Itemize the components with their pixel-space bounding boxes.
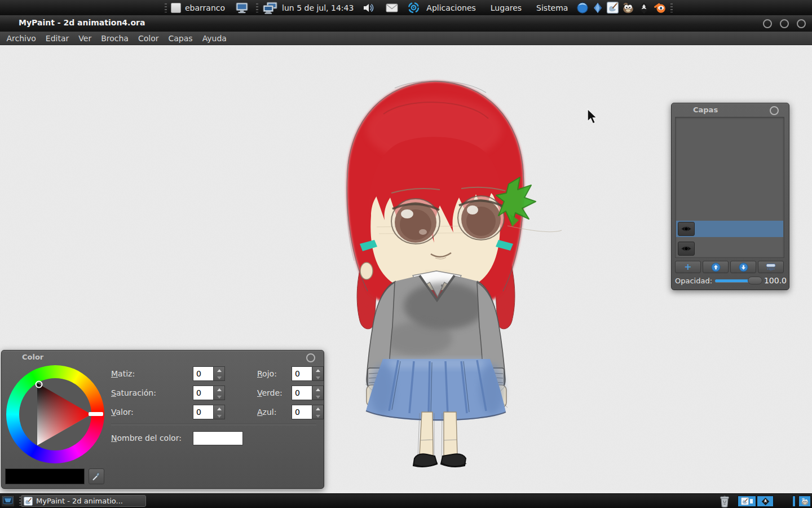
menu-ayuda[interactable]: Ayuda (197, 32, 231, 45)
maximize-button[interactable] (780, 19, 789, 28)
step-down-icon[interactable] (214, 393, 224, 401)
workspace-window-gimp[interactable] (798, 496, 811, 507)
applet-drag-handle[interactable] (165, 3, 167, 12)
step-up-icon[interactable] (312, 367, 323, 374)
taskbar-window-label: MyPaint - 2d animatio... (36, 497, 123, 505)
tracker-icon[interactable] (408, 2, 420, 14)
arrow-up-circle-icon (711, 262, 721, 272)
add-layer-button[interactable]: + (675, 261, 701, 273)
minimize-button[interactable] (763, 19, 772, 28)
layer-row[interactable] (676, 240, 783, 257)
inkscape-icon[interactable] (638, 2, 650, 14)
step-up-icon[interactable] (214, 405, 224, 413)
browser-icon[interactable] (576, 2, 589, 14)
value-stepper[interactable] (214, 405, 225, 419)
layer-list[interactable] (675, 117, 784, 258)
step-down-icon[interactable] (312, 393, 323, 401)
green-label: Verde: (257, 386, 283, 400)
color-name-input[interactable] (193, 431, 243, 445)
close-button[interactable] (797, 19, 806, 28)
hue-stepper[interactable] (214, 366, 225, 381)
step-up-icon[interactable] (312, 386, 323, 393)
applet-drag-handle[interactable] (670, 3, 673, 12)
opacity-slider-handle[interactable] (748, 277, 762, 284)
username-label[interactable]: ebarranco (183, 3, 227, 12)
workspace-window-inkscape[interactable] (757, 496, 774, 507)
workspace-window-mypaint[interactable] (738, 496, 756, 507)
menu-editar[interactable]: Editar (41, 32, 73, 45)
app-menubar: Archivo Editar Ver Brocha Color Capas Ay… (0, 32, 812, 45)
hsv-triangle[interactable] (6, 365, 104, 463)
blue-label: Azul: (257, 405, 276, 419)
show-desktop-button[interactable] (1, 495, 15, 507)
step-up-icon[interactable] (214, 386, 224, 393)
volume-icon[interactable] (363, 3, 375, 13)
workspace-divider[interactable] (792, 496, 796, 507)
step-down-icon[interactable] (312, 413, 323, 420)
current-color-swatch (5, 468, 85, 484)
saturation-input[interactable] (193, 386, 214, 400)
trash-button[interactable] (718, 494, 731, 508)
red-stepper[interactable] (312, 366, 324, 381)
opacity-value: 100.0 (764, 276, 787, 285)
eye-icon (681, 245, 692, 252)
value-input[interactable] (193, 405, 214, 419)
opacity-slider[interactable] (715, 279, 761, 282)
blue-input[interactable] (292, 405, 312, 419)
panel-close-icon[interactable] (306, 353, 315, 362)
step-down-icon[interactable] (214, 413, 224, 420)
gem-icon[interactable] (592, 2, 603, 14)
mypaint-icon[interactable] (607, 2, 619, 14)
panel-close-icon[interactable] (770, 106, 779, 115)
taskbar-window-button[interactable]: MyPaint - 2d animatio... (21, 495, 146, 507)
opacity-label: Opacidad: (675, 277, 712, 285)
step-down-icon[interactable] (312, 374, 323, 382)
raise-layer-button[interactable] (703, 261, 729, 273)
blue-stepper[interactable] (312, 405, 324, 419)
bottom-taskbar: MyPaint - 2d animatio... (0, 493, 812, 508)
monitor-icon[interactable] (235, 2, 249, 14)
menu-color[interactable]: Color (133, 32, 164, 45)
menu-sistema[interactable]: Sistema (531, 3, 573, 12)
green-input[interactable] (292, 386, 312, 400)
menu-lugares[interactable]: Lugares (486, 3, 527, 12)
saturation-stepper[interactable] (214, 386, 225, 400)
clock-label[interactable]: lun 5 de jul, 14:43 (280, 3, 356, 12)
color-panel: Color Matiz: Saturación: (1, 350, 324, 489)
menu-aplicaciones[interactable]: Aplicaciones (421, 3, 480, 12)
layer-visibility-button[interactable] (678, 222, 695, 236)
green-stepper[interactable] (312, 386, 324, 400)
menu-ver[interactable]: Ver (74, 32, 96, 45)
merge-layer-button[interactable] (758, 261, 784, 273)
color-name-label: Nombre del color: (111, 431, 182, 445)
arrow-down-circle-icon (739, 262, 748, 272)
step-up-icon[interactable] (312, 405, 323, 413)
gimp-icon[interactable] (622, 2, 634, 14)
window-titlebar[interactable]: MyPaint - 2d animation4.ora (0, 15, 812, 32)
mail-icon[interactable] (386, 3, 398, 12)
menu-archivo[interactable]: Archivo (2, 32, 41, 45)
red-input[interactable] (292, 366, 312, 381)
lower-layer-button[interactable] (730, 261, 756, 273)
layer-row-selected[interactable] (676, 221, 783, 237)
red-label: Rojo: (257, 366, 277, 381)
layers-panel: Capas + (671, 103, 789, 290)
menu-brocha[interactable]: Brocha (96, 32, 134, 45)
trash-icon (718, 494, 731, 508)
value-label: Valor: (111, 405, 134, 419)
hue-input[interactable] (193, 366, 214, 381)
step-down-icon[interactable] (214, 374, 224, 382)
step-up-icon[interactable] (214, 367, 224, 374)
hue-marker[interactable] (89, 412, 103, 416)
eye-icon (681, 225, 692, 233)
remote-desktop-icon[interactable] (262, 1, 278, 15)
gnome-top-panel: ebarranco lun 5 de jul, 14:43 Aplicacion… (0, 0, 812, 16)
inkscape-icon (761, 497, 770, 506)
applet-drag-handle[interactable] (256, 3, 258, 12)
menu-capas[interactable]: Capas (164, 32, 197, 45)
layer-visibility-button[interactable] (678, 242, 695, 256)
blender-icon[interactable] (654, 2, 667, 14)
sticky-note-icon[interactable] (171, 3, 181, 13)
color-panel-title: Color (22, 351, 43, 364)
color-picker-button[interactable] (89, 468, 104, 484)
